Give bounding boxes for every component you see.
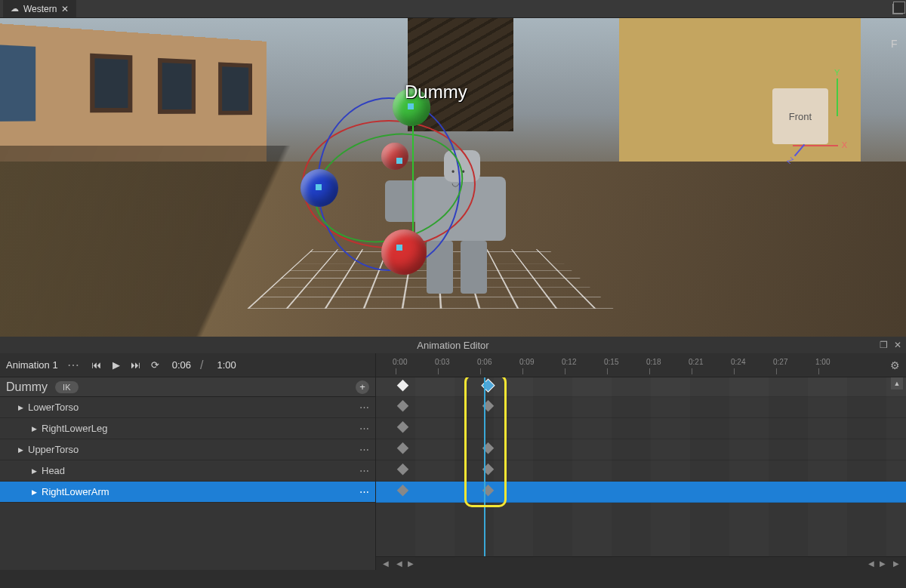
track-menu-icon[interactable]: ⋯ xyxy=(359,423,369,434)
restore-windows-icon[interactable] xyxy=(892,4,903,14)
tab-close-icon[interactable]: ✕ xyxy=(61,4,69,14)
track-menu-icon[interactable]: ⋯ xyxy=(359,465,369,476)
model-row: Dummy IK + xyxy=(0,377,375,397)
track-row-lowertorso[interactable]: ▶LowerTorso⋯ xyxy=(0,397,375,418)
scrubber[interactable] xyxy=(484,377,485,556)
track-menu-icon[interactable]: ⋯ xyxy=(359,402,369,413)
tab-bar: ☁ Western ✕ xyxy=(0,0,906,18)
scroll-right-icon[interactable]: ▶ xyxy=(891,559,901,568)
gizmo-handle-z[interactable] xyxy=(300,169,338,207)
playback-controls: Animation 1 ⋯ ⏮ ▶ ⏭ ⟳ 0:06 / 1:00 xyxy=(0,353,375,377)
timeline-settings-icon[interactable]: ⚙ xyxy=(890,359,900,371)
keyframe-lane[interactable] xyxy=(376,397,906,418)
animation-name[interactable]: Animation 1 xyxy=(6,359,58,371)
gizmo-handle-x[interactable] xyxy=(381,229,427,275)
keyframe-lane[interactable] xyxy=(376,439,906,460)
keyframe-lane-model[interactable] xyxy=(376,377,906,397)
side-panel-tab[interactable]: F xyxy=(891,38,903,50)
ruler-tick: 1:00 xyxy=(815,358,830,366)
expand-icon[interactable]: ▶ xyxy=(32,488,37,496)
zoom-out-left-icon[interactable]: ◀ xyxy=(394,559,405,568)
total-time[interactable]: 1:00 xyxy=(217,359,236,371)
keyframe-lane[interactable] xyxy=(376,460,906,482)
add-track-button[interactable]: + xyxy=(356,380,369,394)
model-name: Dummy xyxy=(6,380,48,394)
play-button[interactable]: ▶ xyxy=(109,359,124,371)
ruler-tick: 0:15 xyxy=(604,358,618,366)
expand-icon[interactable]: ▶ xyxy=(18,404,23,411)
ruler-tick: 0:12 xyxy=(562,358,576,366)
loop-button[interactable]: ⟳ xyxy=(148,359,163,371)
cloud-icon: ☁ xyxy=(11,4,19,14)
track-menu-icon[interactable]: ⋯ xyxy=(359,444,369,455)
ruler-tick: 0:21 xyxy=(689,358,703,366)
ruler-tick: 0:09 xyxy=(519,358,534,366)
viewport-3d[interactable]: • •◡ Dummy Front F xyxy=(0,18,906,337)
ruler-tick: 0:24 xyxy=(731,358,745,366)
track-label: LowerTorso xyxy=(28,402,79,413)
scroll-left-icon[interactable]: ◀ xyxy=(381,559,391,568)
track-list-panel: Animation 1 ⋯ ⏮ ▶ ⏭ ⟳ 0:06 / 1:00 Dummy … xyxy=(0,353,376,570)
skip-start-button[interactable]: ⏮ xyxy=(89,359,104,371)
animation-editor-panel: Animation Editor ❐ ✕ Animation 1 ⋯ ⏮ ▶ ⏭… xyxy=(0,337,906,570)
timeline-panel: 0:000:030:060:090:120:150:180:210:240:27… xyxy=(376,353,906,570)
animation-editor-titlebar: Animation Editor ❐ ✕ xyxy=(0,337,906,353)
animation-menu-icon[interactable]: ⋯ xyxy=(63,358,85,372)
track-row-rightlowerleg[interactable]: ▶RightLowerLeg⋯ xyxy=(0,418,375,439)
gizmo-handle-center[interactable] xyxy=(381,143,408,170)
timeline-bottom-scroll: ◀ ◀ ▶ ◀ ▶ ▶ xyxy=(376,556,906,570)
zoom-out-right-icon[interactable]: ▶ xyxy=(405,559,416,568)
axis-x-icon xyxy=(793,145,838,146)
track-label: Head xyxy=(42,465,65,476)
current-time[interactable]: 0:06 xyxy=(172,359,191,371)
timeline-grid[interactable]: ▲ xyxy=(376,377,906,556)
undock-icon[interactable]: ❐ xyxy=(880,340,888,350)
view-cube-front[interactable]: Front xyxy=(772,88,828,144)
tab-western[interactable]: ☁ Western ✕ xyxy=(3,0,76,17)
view-cube[interactable]: Front xyxy=(763,79,838,154)
ruler-tick: 0:00 xyxy=(393,358,407,366)
timeline-ruler[interactable]: 0:000:030:060:090:120:150:180:210:240:27… xyxy=(376,353,906,377)
track-label: RightLowerArm xyxy=(42,486,109,497)
track-row-uppertorso[interactable]: ▶UpperTorso⋯ xyxy=(0,439,375,460)
ruler-tick: 0:27 xyxy=(773,358,787,366)
zoom-in-right-icon[interactable]: ▶ xyxy=(877,559,888,568)
track-label: UpperTorso xyxy=(28,444,79,455)
expand-icon[interactable]: ▶ xyxy=(32,467,37,475)
axis-y-icon xyxy=(837,79,838,116)
ruler-tick: 0:03 xyxy=(435,358,449,366)
track-menu-icon[interactable]: ⋯ xyxy=(359,486,369,497)
ruler-tick: 0:06 xyxy=(477,358,492,366)
expand-icon[interactable]: ▶ xyxy=(32,425,37,433)
rotate-gizmo[interactable] xyxy=(287,82,491,286)
ruler-tick: 0:18 xyxy=(646,358,661,366)
keyframe-lane[interactable] xyxy=(376,418,906,439)
track-row-head[interactable]: ▶Head⋯ xyxy=(0,460,375,482)
track-label: RightLowerLeg xyxy=(42,423,107,434)
keyframe-lane-selected[interactable] xyxy=(376,482,906,503)
tab-title: Western xyxy=(23,4,57,14)
close-panel-icon[interactable]: ✕ xyxy=(894,340,901,350)
ik-toggle[interactable]: IK xyxy=(55,381,78,393)
character-label: Dummy xyxy=(405,82,467,103)
track-row-rightlowerarm[interactable]: ▶RightLowerArm⋯ xyxy=(0,482,375,503)
zoom-in-left-icon[interactable]: ◀ xyxy=(866,559,877,568)
time-separator: / xyxy=(200,359,203,372)
expand-icon[interactable]: ▶ xyxy=(18,446,23,454)
animation-editor-title: Animation Editor xyxy=(417,340,488,351)
skip-end-button[interactable]: ⏭ xyxy=(128,359,143,371)
